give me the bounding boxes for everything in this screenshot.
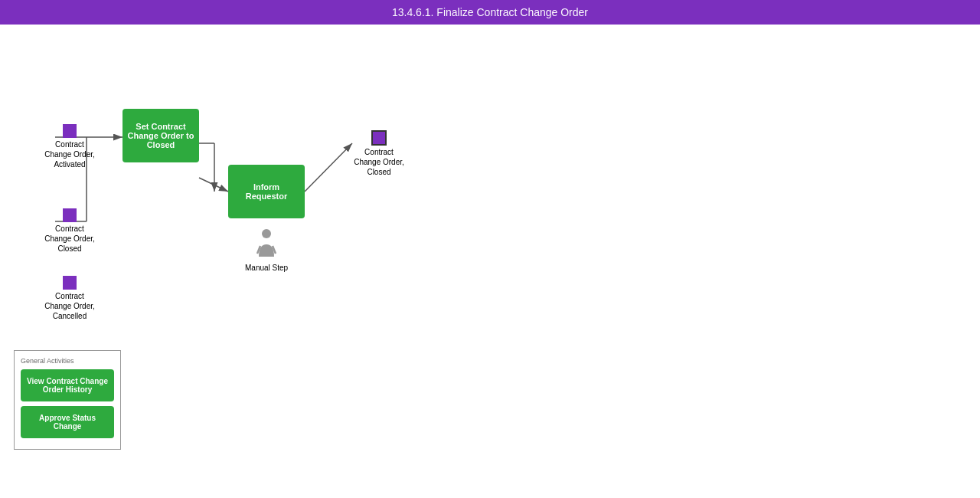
general-activities-title: General Activities (21, 357, 114, 365)
person-icon (254, 228, 279, 262)
end-state-closed: Contract Change Order, Closed (352, 130, 406, 177)
arrows-layer (0, 25, 980, 498)
diagram-canvas: Contract Change Order, Activated Contrac… (0, 25, 980, 498)
manual-step: Manual Step (245, 228, 288, 272)
svg-point-8 (262, 229, 271, 238)
general-activities-container: General Activities View Contract Change … (14, 350, 121, 450)
view-history-button[interactable]: View Contract Change Order History (21, 369, 114, 401)
svg-line-4 (199, 178, 228, 192)
end-state-label: Contract Change Order, Closed (352, 147, 406, 177)
manual-step-label: Manual Step (245, 264, 288, 272)
state-closed: Contract Change Order, Closed (43, 208, 96, 254)
page-title: 13.4.6.1. Finalize Contract Change Order (0, 0, 980, 25)
task-inform-requestor[interactable]: Inform Requestor (228, 165, 305, 218)
task-set-closed[interactable]: Set Contract Change Order to Closed (122, 109, 199, 162)
state-closed-label: Contract Change Order, Closed (43, 224, 96, 254)
state-activated-label: Contract Change Order, Activated (43, 139, 96, 169)
state-cancelled-label: Contract Change Order, Cancelled (43, 291, 96, 321)
state-activated: Contract Change Order, Activated (43, 124, 96, 169)
state-cancelled: Contract Change Order, Cancelled (43, 276, 96, 321)
state-closed-square (63, 208, 77, 222)
end-state-square (371, 130, 387, 146)
state-cancelled-square (63, 276, 77, 290)
approve-status-button[interactable]: Approve Status Change (21, 406, 114, 438)
svg-line-5 (305, 143, 352, 192)
state-activated-square (63, 124, 77, 138)
